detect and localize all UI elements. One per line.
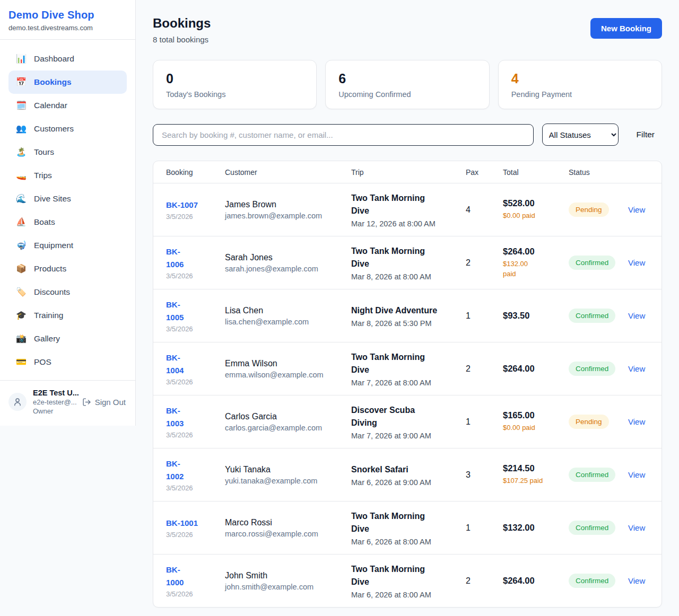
status-cell: Confirmed — [569, 256, 628, 270]
trip-datetime: Mar 6, 2026 at 9:00 AM — [351, 478, 460, 487]
view-booking-link[interactable]: View — [628, 576, 645, 585]
booking-created-date: 3/5/2026 — [166, 484, 220, 492]
tours-icon: 🏝️ — [16, 148, 27, 156]
trip-datetime: Mar 7, 2026 at 8:00 AM — [351, 379, 460, 387]
booking-number-link[interactable]: BK- 1000 — [166, 564, 184, 588]
filter-button[interactable]: Filter — [637, 130, 655, 139]
view-booking-link[interactable]: View — [628, 258, 645, 267]
sidebar-item-tours[interactable]: 🏝️ Tours — [8, 140, 127, 164]
booking-created-date: 3/5/2026 — [166, 431, 220, 439]
total-cell: $214.50 $107.25 paid — [503, 463, 569, 486]
sidebar-item-label: Gallery — [34, 334, 60, 344]
booking-number-link[interactable]: BK- 1002 — [166, 457, 184, 482]
booking-cell: BK- 1006 3/5/2026 — [166, 245, 225, 280]
booking-number-link[interactable]: BK-1007 — [166, 199, 198, 211]
trip-name: Two Tank Morning Dive — [351, 563, 460, 588]
trip-cell: Night Dive Adventure Mar 8, 2026 at 5:30… — [351, 304, 466, 328]
booking-number-link[interactable]: BK- 1004 — [166, 351, 184, 376]
view-booking-link[interactable]: View — [628, 311, 645, 320]
actions-cell: View — [628, 523, 650, 533]
discounts-icon: 🏷️ — [16, 288, 27, 296]
user-box: E2E Test U... e2e-tester@... Owner Sign … — [0, 380, 135, 426]
trip-datetime: Mar 6, 2026 at 8:00 AM — [351, 591, 460, 599]
sidebar-item-gallery[interactable]: 📸 Gallery — [8, 327, 127, 350]
sign-out-button[interactable]: Sign Out — [81, 397, 127, 408]
customer-cell: Sarah Jones sarah.jones@example.com — [225, 253, 351, 273]
pax-count: 1 — [466, 523, 503, 533]
booking-cell: BK-1007 3/5/2026 — [166, 199, 225, 221]
customer-email: marco.rossi@example.com — [225, 530, 346, 538]
view-booking-link[interactable]: View — [628, 523, 645, 532]
booking-cell: BK- 1002 3/5/2026 — [166, 457, 225, 492]
customer-email: john.smith@example.com — [225, 583, 346, 591]
user-name: E2E Test U... — [33, 388, 75, 398]
sidebar-item-boats[interactable]: ⛵ Boats — [8, 210, 127, 234]
booking-number-link[interactable]: BK- 1005 — [166, 298, 184, 323]
trip-name: Discover Scuba Diving — [351, 404, 460, 429]
total-amount: $214.50 — [503, 463, 563, 473]
actions-cell: View — [628, 311, 650, 321]
sidebar-item-products[interactable]: 📦 Products — [8, 257, 127, 280]
trip-name: Snorkel Safari — [351, 463, 460, 476]
total-amount: $264.00 — [503, 364, 563, 374]
table-row: BK-1001 3/5/2026 Marco Rossi marco.rossi… — [153, 501, 661, 554]
booking-number-link[interactable]: BK-1001 — [166, 517, 198, 529]
total-amount: $132.00 — [503, 523, 563, 533]
sidebar-item-training[interactable]: 🎓 Training — [8, 304, 127, 327]
dashboard-icon: 📊 — [16, 55, 27, 63]
sidebar-item-label: Boats — [34, 217, 55, 227]
new-booking-button[interactable]: New Booking — [590, 18, 662, 39]
view-booking-link[interactable]: View — [628, 417, 645, 426]
trip-cell: Two Tank Morning Dive Mar 6, 2026 at 8:0… — [351, 510, 466, 546]
bookings-icon: 📅 — [16, 78, 27, 86]
view-booking-link[interactable]: View — [628, 205, 645, 214]
gallery-icon: 📸 — [16, 335, 27, 343]
table-row: BK- 1005 3/5/2026 Lisa Chen lisa.chen@ex… — [153, 289, 661, 342]
sidebar-item-discounts[interactable]: 🏷️ Discounts — [8, 280, 127, 304]
status-badge: Pending — [569, 203, 609, 217]
sidebar-item-equipment[interactable]: 🤿 Equipment — [8, 234, 127, 257]
stat-card-pending-payment: 4 Pending Payment — [498, 60, 662, 109]
total-amount: $264.00 — [503, 247, 563, 257]
customer-cell: James Brown james.brown@example.com — [225, 200, 351, 220]
trip-datetime: Mar 12, 2026 at 8:00 AM — [351, 219, 460, 228]
sidebar-item-bookings[interactable]: 📅 Bookings — [8, 71, 127, 94]
trip-name: Two Tank Morning Dive — [351, 245, 460, 270]
total-amount: $528.00 — [503, 198, 563, 208]
column-header-status: Status — [569, 168, 628, 177]
pax-count: 2 — [466, 258, 503, 268]
trip-datetime: Mar 8, 2026 at 5:30 PM — [351, 319, 460, 328]
sidebar-item-trips[interactable]: 🚤 Trips — [8, 164, 127, 187]
avatar — [8, 393, 27, 411]
view-booking-link[interactable]: View — [628, 470, 645, 479]
search-input[interactable] — [153, 124, 534, 146]
stat-value: 0 — [166, 71, 303, 86]
booking-cell: BK- 1005 3/5/2026 — [166, 298, 225, 333]
booking-number-link[interactable]: BK- 1006 — [166, 245, 184, 270]
pax-count: 2 — [466, 364, 503, 374]
stat-card-upcoming-confirmed: 6 Upcoming Confirmed — [325, 60, 489, 109]
pax-count: 1 — [466, 417, 503, 427]
total-amount: $93.50 — [503, 311, 563, 321]
actions-cell: View — [628, 576, 650, 586]
status-filter-select[interactable]: All Statuses — [542, 124, 619, 146]
sidebar-item-label: Trips — [34, 171, 52, 180]
sidebar-item-dive-sites[interactable]: 🌊 Dive Sites — [8, 187, 127, 210]
total-cell: $264.00 — [503, 576, 569, 586]
brand-title: Demo Dive Shop — [8, 9, 127, 21]
sidebar-item-label: Tours — [34, 147, 54, 157]
sidebar-item-pos[interactable]: 💳 POS — [8, 350, 127, 374]
sidebar-item-dashboard[interactable]: 📊 Dashboard — [8, 47, 127, 71]
sidebar-item-calendar[interactable]: 🗓️ Calendar — [8, 94, 127, 117]
booking-number-link[interactable]: BK- 1003 — [166, 404, 184, 429]
sidebar-item-customers[interactable]: 👥 Customers — [8, 117, 127, 140]
customer-name: James Brown — [225, 200, 346, 209]
column-header-total: Total — [503, 168, 569, 177]
pax-count: 3 — [466, 470, 503, 480]
stats-row: 0 Today's Bookings 6 Upcoming Confirmed … — [153, 60, 662, 109]
customer-name: Yuki Tanaka — [225, 465, 346, 474]
trip-cell: Two Tank Morning Dive Mar 6, 2026 at 8:0… — [351, 563, 466, 599]
view-booking-link[interactable]: View — [628, 364, 645, 373]
sidebar-item-label: Discounts — [34, 287, 70, 297]
user-meta: E2E Test U... e2e-tester@... Owner — [33, 388, 75, 416]
